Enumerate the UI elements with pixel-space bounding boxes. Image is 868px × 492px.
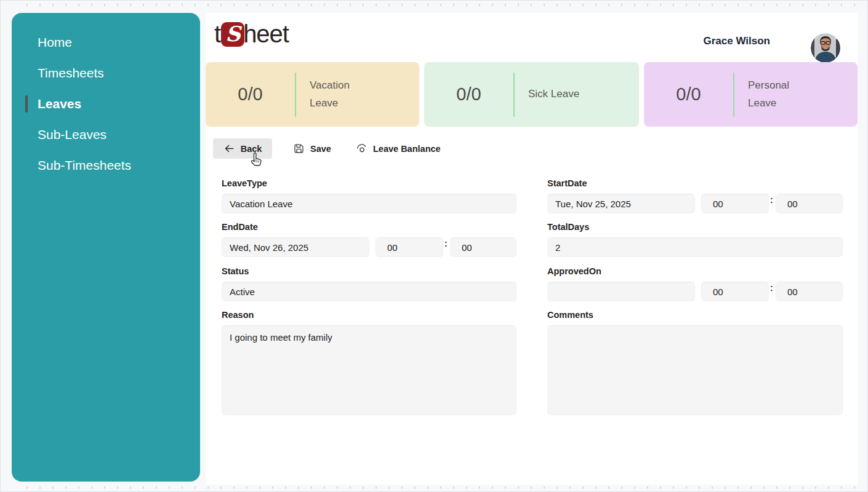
start-time-colon: : [770, 195, 773, 205]
user-name: Grace Wilson [704, 35, 771, 47]
vacation-leave-card: 0/0 Vacation Leave [206, 62, 419, 127]
sidebar-item-label: Sub-Timesheets [38, 158, 131, 172]
end-date-input[interactable] [222, 237, 369, 257]
personal-leave-count: 0/0 [644, 84, 733, 105]
sick-leave-label: Sick Leave [515, 85, 588, 103]
user-photo-avatar-icon [811, 33, 840, 63]
top-tick-marks [26, 4, 855, 6]
end-date-label: EndDate [222, 222, 258, 232]
leave-balance-icon [356, 143, 368, 154]
sidebar-item-label: Home [38, 35, 72, 49]
back-button[interactable]: Back [213, 138, 272, 159]
sidebar-item-timesheets[interactable]: Timesheets [12, 63, 200, 83]
total-days-label: TotalDays [547, 222, 589, 232]
back-arrow-icon [223, 143, 235, 154]
leave-balance-button[interactable]: Leave Banlance [356, 138, 441, 159]
save-button[interactable]: Save [293, 138, 331, 159]
total-days-input[interactable] [547, 237, 843, 257]
status-label: Status [222, 266, 249, 276]
save-button-label: Save [310, 144, 331, 154]
comments-label: Comments [547, 310, 593, 320]
leave-balance-button-label: Leave Banlance [373, 144, 441, 154]
logo-accent-letter: S [221, 22, 244, 47]
sidebar-item-leaves[interactable]: Leaves [12, 94, 200, 114]
app-window: Home Timesheets Leaves Sub-Leaves Sub-Ti… [0, 0, 868, 492]
sidebar: Home Timesheets Leaves Sub-Leaves Sub-Ti… [12, 13, 200, 482]
save-icon [293, 143, 305, 154]
sidebar-item-label: Timesheets [38, 66, 104, 80]
approved-hour-input[interactable] [701, 282, 769, 301]
end-hour-input[interactable] [376, 237, 443, 257]
vacation-leave-count: 0/0 [206, 84, 295, 105]
end-time-colon: : [444, 239, 448, 248]
end-minute-input[interactable] [450, 237, 516, 257]
personal-leave-card: 0/0 Personal Leave [644, 62, 858, 127]
start-date-label: StartDate [547, 178, 587, 188]
start-minute-input[interactable] [776, 194, 843, 213]
active-item-marker [25, 95, 28, 113]
bottom-tick-marks [26, 486, 855, 489]
approved-on-label: ApprovedOn [547, 266, 601, 276]
comments-textarea[interactable] [547, 325, 843, 415]
reason-label: Reason [222, 310, 254, 320]
sick-leave-card: 0/0 Sick Leave [424, 62, 639, 127]
sidebar-item-label: Sub-Leaves [38, 127, 106, 141]
leave-type-input[interactable] [222, 194, 516, 213]
sick-leave-count: 0/0 [424, 84, 513, 105]
personal-leave-label: Personal Leave [734, 77, 827, 113]
leave-type-label: LeaveType [222, 178, 267, 188]
main-panel: t S heet Grace Wilson [206, 13, 858, 485]
start-date-input[interactable] [547, 194, 695, 213]
sidebar-item-sub-timesheets[interactable]: Sub-Timesheets [12, 156, 200, 175]
approved-on-date-input[interactable] [547, 282, 695, 301]
sidebar-item-label: Leaves [38, 97, 81, 111]
app-logo: t S heet [214, 20, 289, 48]
reason-textarea[interactable]: I going to meet my family [222, 325, 516, 415]
start-hour-input[interactable] [701, 194, 769, 213]
logo-text-prefix: t [214, 20, 220, 48]
sidebar-item-home[interactable]: Home [12, 33, 200, 52]
vacation-leave-label: Vacation Leave [296, 77, 388, 113]
approved-time-colon: : [770, 283, 773, 293]
logo-text-suffix: heet [243, 20, 289, 48]
approved-minute-input[interactable] [776, 282, 843, 301]
back-button-label: Back [241, 144, 262, 154]
sidebar-item-sub-leaves[interactable]: Sub-Leaves [12, 125, 200, 145]
user-avatar[interactable] [811, 33, 840, 63]
status-input[interactable] [222, 282, 516, 301]
